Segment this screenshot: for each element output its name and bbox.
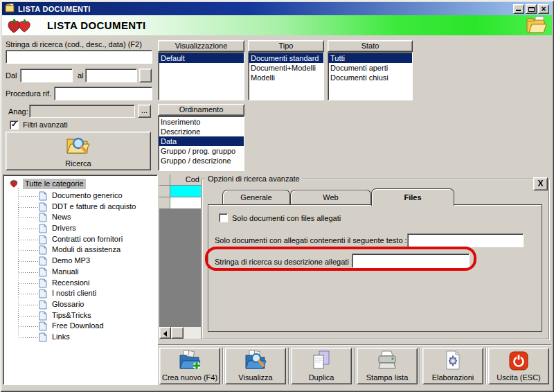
tool-button-label: Duplica: [309, 373, 334, 382]
tree-items: Documento generico DDT e fatture di acqu…: [3, 190, 156, 343]
table-column-header[interactable]: Cod: [170, 175, 202, 186]
tree-item-label: I nostri clienti: [52, 289, 96, 297]
tree-item[interactable]: Free Download: [3, 321, 156, 332]
tool-button-label: Elaborazioni: [432, 373, 474, 382]
stampa-lista-button[interactable]: Stampa lista: [357, 348, 418, 384]
window-title: LISTA DOCUMENTI: [18, 5, 91, 13]
tree-item-label: DDT e fatture di acquisto: [52, 202, 136, 211]
uscita-button[interactable]: Uscita (ESC): [488, 348, 549, 384]
tree-item-label: Tips&Tricks: [52, 311, 91, 319]
scrollbar-thumb[interactable]: [171, 327, 184, 339]
list-item[interactable]: Inserimento: [159, 117, 244, 127]
tree-item[interactable]: Glossario: [3, 299, 156, 310]
list-item[interactable]: Gruppo / descrizione: [159, 156, 244, 166]
tree-item[interactable]: Manuali: [3, 267, 156, 278]
elaborazioni-button[interactable]: Elaborazioni: [422, 348, 483, 384]
ordinamento-title: Ordinamento: [158, 104, 244, 116]
tree-item[interactable]: Tips&Tricks: [3, 310, 156, 321]
tree-item[interactable]: Links: [3, 332, 156, 343]
procedura-label: Procedura rif.: [6, 89, 51, 98]
toolbar-separator: [288, 348, 289, 384]
power-icon: [509, 351, 528, 373]
list-item[interactable]: Data: [159, 136, 244, 146]
list-item[interactable]: Documenti aperti: [328, 63, 412, 73]
duplica-button[interactable]: Duplica: [291, 348, 352, 384]
visualizza-button[interactable]: Visualizza: [225, 348, 286, 384]
list-item[interactable]: Modelli: [249, 73, 323, 82]
strawberry-icon: [9, 178, 19, 189]
app-icon: [5, 3, 15, 14]
page-title: LISTA DOCUMENTI: [47, 19, 146, 31]
tipo-list: Documenti standardDocumenti+ModelliModel…: [248, 52, 324, 100]
titlebar: LISTA DOCUMENTI: [2, 2, 552, 15]
categories-tree: Tutte le categorie Documento generico DD…: [3, 175, 158, 385]
tree-item[interactable]: Documento generico: [3, 190, 156, 202]
tab-bar: Generale Web Files: [222, 188, 454, 205]
tree-item[interactable]: DDT e fatture di acquisto: [3, 202, 156, 213]
toolbar-separator: [354, 348, 355, 384]
tree-item[interactable]: Recensioni: [3, 278, 156, 289]
list-item[interactable]: Gruppo / prog. gruppo: [159, 146, 244, 156]
tree-item-label: Manuali: [52, 267, 79, 276]
search-input[interactable]: [6, 50, 152, 64]
row-selector-header: [159, 175, 170, 186]
stato-title: Stato: [328, 40, 413, 52]
printer-icon: [375, 350, 399, 373]
list-item[interactable]: Documenti standard: [249, 53, 323, 63]
table-row[interactable]: [159, 186, 202, 197]
panel-close-button[interactable]: X: [533, 177, 548, 190]
results-table: Cod: [159, 175, 202, 339]
list-item[interactable]: Descrizione: [159, 127, 244, 136]
solo-files-checkbox[interactable]: [219, 213, 228, 222]
files-tab-content: Solo documenti con files allegati Solo d…: [208, 204, 542, 332]
tree-item-label: Demo MP3: [52, 256, 90, 265]
visualizzazione-listbox: Visualizzazione Default: [158, 40, 244, 100]
attachment-text-input[interactable]: [407, 233, 524, 247]
toolbar-separator: [485, 348, 487, 384]
date-picker-button[interactable]: [139, 69, 152, 82]
procedura-input[interactable]: [54, 87, 152, 100]
list-item[interactable]: Tutti: [328, 53, 412, 63]
anag-input[interactable]: [29, 105, 135, 118]
tree-item[interactable]: News: [3, 212, 156, 223]
maximize-button[interactable]: [526, 4, 537, 14]
list-item[interactable]: Documenti+Modelli: [249, 63, 323, 73]
tab-files[interactable]: Files: [371, 188, 454, 206]
app-window: LISTA DOCUMENTI LISTA DOCUMENTI: [0, 0, 554, 392]
bottom-toolbar: Crea nuovo (F4) Visualizza: [159, 348, 551, 384]
list-item[interactable]: Default: [159, 53, 244, 63]
attachment-desc-input[interactable]: [352, 253, 470, 268]
stato-list: TuttiDocumenti apertiDocumenti chiusi: [328, 52, 413, 100]
tree-item-label: Links: [52, 332, 70, 341]
horizontal-scrollbar[interactable]: [159, 327, 202, 339]
stato-listbox: Stato TuttiDocumenti apertiDocumenti chi…: [328, 40, 413, 100]
ricerca-button[interactable]: Ricerca: [6, 132, 151, 170]
folder-icon[interactable]: [525, 16, 547, 36]
crea-nuovo-button[interactable]: Crea nuovo (F4): [159, 348, 220, 384]
tree-item[interactable]: Drivers: [3, 223, 156, 234]
toolbar-separator: [222, 348, 224, 384]
tab-generale[interactable]: Generale: [222, 190, 290, 204]
tree-root-label: Tutte le categorie: [23, 179, 86, 189]
folder-search-icon: [243, 350, 268, 373]
close-button[interactable]: [538, 4, 549, 14]
al-date-input[interactable]: [85, 69, 137, 82]
scroll-left-icon[interactable]: [159, 327, 171, 339]
tree-item[interactable]: I nostri clienti: [3, 288, 156, 299]
minimize-button[interactable]: [513, 4, 524, 14]
toolbar-divider: [158, 344, 551, 346]
tree-root[interactable]: Tutte le categorie: [9, 178, 86, 189]
folder-search-icon: [65, 134, 91, 159]
filtri-avanzati-checkbox[interactable]: [10, 121, 19, 130]
tree-item[interactable]: Demo MP3: [3, 256, 156, 267]
table-row[interactable]: [159, 197, 202, 209]
tab-web[interactable]: Web: [290, 190, 371, 204]
tree-item[interactable]: Contratti con fornitori: [3, 234, 156, 245]
list-item[interactable]: Documenti chiusi: [328, 73, 412, 82]
tree-item-label: Free Download: [52, 321, 104, 330]
toolbar-separator: [420, 348, 421, 384]
anag-browse-button[interactable]: ...: [138, 105, 151, 118]
process-icon: [443, 350, 463, 373]
dal-date-input[interactable]: [20, 69, 73, 82]
tree-item[interactable]: Moduli di assistenza: [3, 244, 156, 256]
